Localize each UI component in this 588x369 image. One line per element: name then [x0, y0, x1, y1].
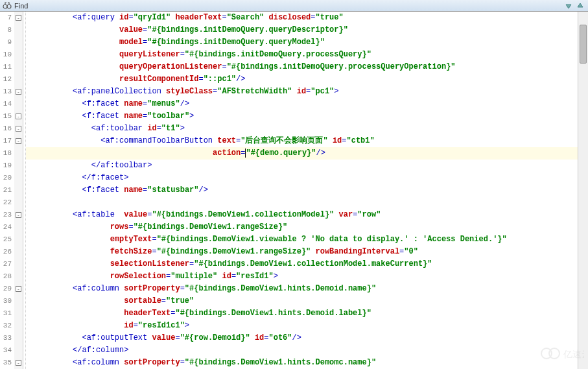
fold-cell: [14, 184, 23, 196]
code-line[interactable]: rowSelection="multiple" id="resId1">: [26, 270, 588, 283]
fold-cell: [14, 24, 23, 36]
fold-toggle-icon[interactable]: -: [16, 126, 21, 132]
line-number: 25: [0, 233, 12, 246]
fold-toggle-icon[interactable]: -: [16, 113, 21, 119]
code-line[interactable]: action="#{demo.query}"/>: [26, 147, 588, 160]
fold-cell: [14, 221, 23, 233]
scrollbar-thumb[interactable]: [580, 25, 587, 64]
line-number: 30: [0, 295, 12, 307]
binoculars-icon: [3, 1, 12, 10]
fold-toggle-icon[interactable]: -: [16, 15, 21, 21]
fold-toggle-icon[interactable]: -: [16, 360, 21, 366]
code-line[interactable]: <af:outputText value="#{row.Demoid}" id=…: [26, 332, 588, 344]
line-number-gutter: 7891011121314151617181920212223242526272…: [0, 12, 14, 369]
line-number: 13: [0, 86, 12, 98]
code-line[interactable]: <af:column sortProperty="#{bindings.Demo…: [26, 283, 588, 295]
code-line[interactable]: </f:facet>: [26, 172, 588, 184]
line-number: 14: [0, 98, 12, 110]
code-line[interactable]: model="#{bindings.initDemoQuery.queryMod…: [26, 36, 588, 49]
fold-cell: -: [14, 135, 23, 147]
code-line[interactable]: <f:facet name="toolbar">: [26, 110, 588, 123]
code-editor[interactable]: 7891011121314151617181920212223242526272…: [0, 12, 588, 369]
line-number: 29: [0, 283, 12, 295]
code-line[interactable]: rows="#{bindings.DemoView1.rangeSize}": [26, 221, 588, 233]
find-toolbar: Find: [0, 0, 588, 12]
line-number: 34: [0, 344, 12, 357]
fold-cell: -: [14, 209, 23, 221]
svg-point-1: [7, 5, 11, 8]
find-next-down-button[interactable]: [563, 1, 574, 11]
code-line[interactable]: <f:facet name="statusbar"/>: [26, 184, 588, 196]
fold-cell: [14, 196, 23, 209]
line-number: 12: [0, 73, 12, 86]
fold-cell: -: [14, 283, 23, 295]
line-number: 10: [0, 49, 12, 61]
fold-cell: [14, 295, 23, 307]
code-line[interactable]: selectionListener="#{bindings.DemoView1.…: [26, 258, 588, 270]
fold-cell: [14, 270, 23, 283]
fold-toggle-icon[interactable]: -: [16, 286, 21, 292]
code-line[interactable]: <af:column sortProperty="#{bindings.Demo…: [26, 357, 588, 369]
fold-cell: [14, 320, 23, 332]
fold-cell: [14, 73, 23, 86]
fold-cell: -: [14, 110, 23, 123]
line-number: 20: [0, 172, 12, 184]
line-number: 17: [0, 135, 12, 147]
code-line[interactable]: [26, 196, 588, 209]
code-line[interactable]: <f:facet name="menus"/>: [26, 98, 588, 110]
fold-toggle-icon[interactable]: -: [16, 138, 21, 144]
code-line[interactable]: <af:toolbar id="t1">: [26, 123, 588, 135]
code-line[interactable]: queryListener="#{bindings.initDemoQuery.…: [26, 49, 588, 61]
fold-cell: [14, 160, 23, 172]
code-line[interactable]: <af:table value="#{bindings.DemoView1.co…: [26, 209, 588, 221]
line-number: 24: [0, 221, 12, 233]
line-number: 19: [0, 160, 12, 172]
fold-cell: [14, 49, 23, 61]
line-number: 7: [0, 12, 12, 24]
fold-gutter: --------: [14, 12, 23, 369]
fold-cell: [14, 61, 23, 73]
line-number: 8: [0, 24, 12, 36]
code-line[interactable]: emptyText="#{bindings.DemoView1.viewable…: [26, 233, 588, 246]
fold-cell: [14, 258, 23, 270]
code-line[interactable]: value="#{bindings.initDemoQuery.queryDes…: [26, 24, 588, 36]
line-number: 22: [0, 196, 12, 209]
line-number: 35: [0, 357, 12, 369]
fold-cell: [14, 172, 23, 184]
fold-toggle-icon[interactable]: -: [16, 89, 21, 95]
line-number: 21: [0, 184, 12, 196]
fold-cell: [14, 344, 23, 357]
line-number: 27: [0, 258, 12, 270]
fold-cell: [14, 233, 23, 246]
line-number: 18: [0, 147, 12, 160]
code-line[interactable]: <af:commandToolbarButton text="后台查询不会影响页…: [26, 135, 588, 147]
code-line[interactable]: </af:toolbar>: [26, 160, 588, 172]
line-number: 9: [0, 36, 12, 49]
find-prev-up-button[interactable]: [575, 1, 585, 11]
code-line[interactable]: fetchSize="#{bindings.DemoView1.rangeSiz…: [26, 246, 588, 258]
fold-cell: [14, 147, 23, 160]
fold-cell: [14, 36, 23, 49]
line-number: 16: [0, 123, 12, 135]
code-line[interactable]: resultComponentId="::pc1"/>: [26, 73, 588, 86]
fold-cell: -: [14, 123, 23, 135]
code-line[interactable]: <af:query id="qryId1" headerText="Search…: [26, 12, 588, 24]
code-line[interactable]: sortable="true": [26, 295, 588, 307]
line-number: 33: [0, 332, 12, 344]
code-area[interactable]: <af:query id="qryId1" headerText="Search…: [26, 12, 588, 369]
fold-cell: -: [14, 357, 23, 369]
code-line[interactable]: </af:column>: [26, 344, 588, 357]
code-line[interactable]: id="resId1c1">: [26, 320, 588, 332]
code-line[interactable]: headerText="#{bindings.DemoView1.hints.D…: [26, 307, 588, 320]
find-label: Find: [14, 2, 28, 10]
code-line[interactable]: queryOperationListener="#{bindings.initD…: [26, 61, 588, 73]
fold-cell: -: [14, 86, 23, 98]
vertical-scrollbar[interactable]: [578, 12, 588, 369]
fold-cell: [14, 332, 23, 344]
code-line[interactable]: <af:panelCollection styleClass="AFStretc…: [26, 86, 588, 98]
fold-cell: -: [14, 12, 23, 24]
line-number: 26: [0, 246, 12, 258]
fold-cell: [14, 307, 23, 320]
fold-cell: [14, 98, 23, 110]
fold-toggle-icon[interactable]: -: [16, 212, 21, 218]
